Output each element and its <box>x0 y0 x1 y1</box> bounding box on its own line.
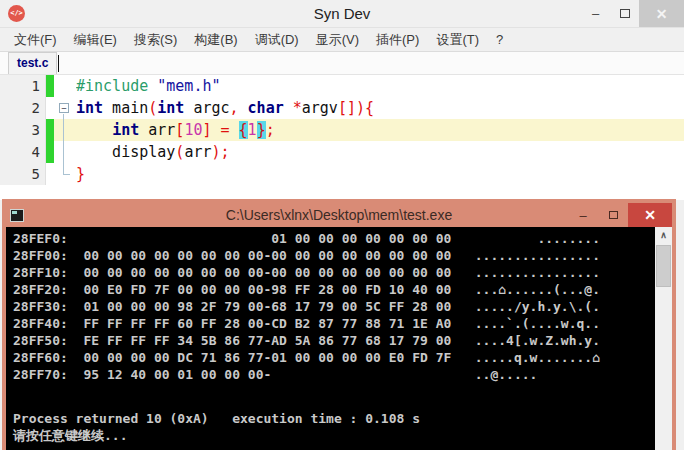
console-status-line: Process returned 10 (0xA) execution time… <box>13 410 672 427</box>
code-token: int <box>157 99 184 117</box>
console-maximize-button[interactable] <box>598 203 628 227</box>
console-close-button[interactable]: ✕ <box>628 203 672 227</box>
code-token: display <box>76 143 175 161</box>
line-number: 5 <box>0 163 46 185</box>
code-token: * <box>293 99 302 117</box>
code-token: arr <box>184 143 211 161</box>
ide-titlebar[interactable]: </> Syn Dev – ✕ <box>0 0 684 28</box>
code-line[interactable]: 1#include "mem.h" <box>0 75 684 97</box>
console-output: 28FEF0: 01 00 00 00 00 00 00 00 ........… <box>13 230 672 383</box>
code-text: display(arr); <box>76 141 684 163</box>
code-token: , <box>230 99 239 117</box>
menu-item[interactable]: 设置(T) <box>436 31 479 49</box>
code-line[interactable]: 2−int main(int argc, char *argv[]){ <box>0 97 684 119</box>
menu-item[interactable]: 搜索(S) <box>134 31 177 49</box>
line-number: 4 <box>0 141 46 163</box>
code-line[interactable]: 4 display(arr); <box>0 141 684 163</box>
line-number: 1 <box>0 75 46 97</box>
code-text: int arr[10] = {1}; <box>76 119 684 141</box>
text-caret <box>58 55 59 72</box>
code-token: argv <box>302 99 338 117</box>
code-token: } <box>76 165 85 183</box>
menu-item[interactable]: 文件(F) <box>14 31 57 49</box>
menu-item[interactable]: 调试(D) <box>255 31 299 49</box>
code-token <box>211 121 220 139</box>
code-token: "mem.h" <box>157 77 220 95</box>
code-token: { <box>239 121 248 139</box>
code-token: ( <box>148 99 157 117</box>
scroll-up-icon[interactable]: ∧ <box>655 227 672 244</box>
code-editor[interactable]: 1#include "mem.h"2−int main(int argc, ch… <box>0 75 684 200</box>
change-marker <box>46 119 54 141</box>
code-text: int main(int argc, char *argv[]){ <box>76 97 684 119</box>
code-text: #include "mem.h" <box>76 75 684 97</box>
editor-rows: 1#include "mem.h"2−int main(int argc, ch… <box>0 75 684 185</box>
code-token: #include <box>76 77 148 95</box>
close-button[interactable]: ✕ <box>639 0 684 27</box>
code-token: char <box>248 99 284 117</box>
menu-item[interactable]: 构建(B) <box>194 31 237 49</box>
code-token: []){ <box>338 99 374 117</box>
marker-gutter <box>46 163 54 185</box>
menu-item[interactable]: 显示(V) <box>316 31 359 49</box>
code-token: 1 <box>248 121 257 139</box>
code-token: } <box>257 121 266 139</box>
code-token: 10 <box>184 121 202 139</box>
minimize-button[interactable]: – <box>581 0 610 27</box>
fold-toggle[interactable]: − <box>54 97 76 119</box>
code-token: ; <box>266 121 275 139</box>
fold-margin <box>54 75 76 97</box>
code-token <box>284 99 293 117</box>
fold-margin <box>54 163 76 185</box>
code-token: argc <box>184 99 229 117</box>
code-token <box>239 99 248 117</box>
fold-collapse-icon[interactable]: − <box>59 103 69 113</box>
scrollbar-thumb[interactable] <box>656 245 671 287</box>
code-token <box>230 121 239 139</box>
fold-margin <box>54 119 76 141</box>
menu-item[interactable]: 插件(P) <box>376 31 419 49</box>
console-scrollbar[interactable]: ∧ <box>655 227 672 450</box>
code-token: int <box>112 121 139 139</box>
menu-bar: 文件(F)编辑(E)搜索(S)构建(B)调试(D)显示(V)插件(P)设置(T)… <box>0 28 684 52</box>
console-minimize-button[interactable]: – <box>568 203 598 227</box>
maximize-icon <box>620 9 630 18</box>
console-maximize-icon <box>609 211 618 219</box>
code-token: arr <box>139 121 175 139</box>
tab-bar: test.c <box>0 52 684 75</box>
console-titlebar[interactable]: C:\Users\xlnx\Desktop\mem\test.exe – ✕ <box>6 203 672 227</box>
code-token: main <box>103 99 148 117</box>
line-number: 2 <box>0 97 46 119</box>
console-content[interactable]: 28FEF0: 01 00 00 00 00 00 00 00 ........… <box>6 227 672 450</box>
tab-test-c[interactable]: test.c <box>8 52 57 74</box>
code-token: = <box>221 121 230 139</box>
code-token: int <box>76 99 103 117</box>
code-token <box>76 121 112 139</box>
code-token: ); <box>211 143 229 161</box>
console-window: C:\Users\xlnx\Desktop\mem\test.exe – ✕ 2… <box>2 199 676 450</box>
code-text: } <box>76 163 684 185</box>
menu-item[interactable]: 编辑(E) <box>74 31 117 49</box>
line-number: 3 <box>0 119 46 141</box>
change-marker <box>46 75 54 97</box>
code-line[interactable]: 3 int arr[10] = {1}; <box>0 119 684 141</box>
code-line[interactable]: 5} <box>0 163 684 185</box>
menu-item[interactable]: ? <box>496 32 503 47</box>
console-prompt-line: 请按任意键继续... <box>13 427 672 444</box>
marker-gutter <box>46 97 54 119</box>
fold-margin <box>54 141 76 163</box>
maximize-button[interactable] <box>610 0 639 27</box>
change-marker <box>46 141 54 163</box>
code-token <box>148 77 157 95</box>
